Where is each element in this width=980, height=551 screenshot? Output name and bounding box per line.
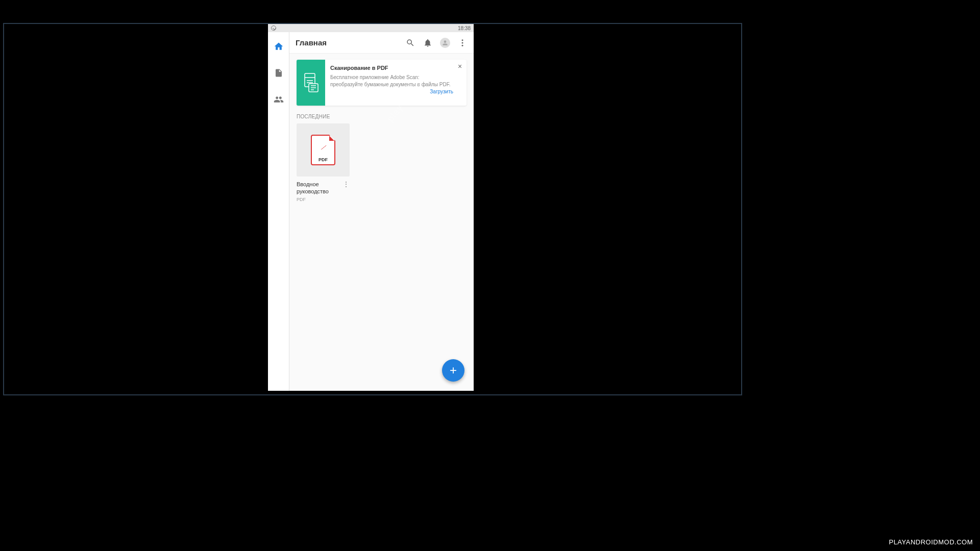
header-actions <box>405 38 468 48</box>
svg-point-1 <box>462 42 463 43</box>
svg-point-0 <box>462 39 463 41</box>
add-fab-button[interactable]: + <box>442 359 464 382</box>
promo-card: Сканирование в PDF Бесплатное приложение… <box>297 60 467 106</box>
status-bar: 18:38 <box>268 24 474 32</box>
file-thumbnail[interactable]: ⟋ PDF <box>297 123 350 177</box>
promo-description: Бесплатное приложение Adobe Scan: преобр… <box>330 74 453 88</box>
sidebar-item-shared[interactable] <box>273 93 285 106</box>
file-item-menu-button[interactable]: ⋮ <box>342 181 350 188</box>
sidebar <box>268 32 289 391</box>
source-watermark: PLAYANDROIDMOD.COM <box>889 538 973 546</box>
overflow-menu-button[interactable] <box>457 38 468 48</box>
status-bar-left <box>271 26 276 31</box>
plus-icon: + <box>450 363 457 378</box>
more-vert-icon: ⋮ <box>342 180 350 188</box>
main-content: Главная <box>289 32 474 391</box>
sidebar-item-files[interactable] <box>273 67 285 79</box>
avatar-icon <box>440 38 450 48</box>
file-info: Вводное руководство ⋮ <box>297 181 350 195</box>
file-name: Вводное руководство <box>297 181 342 195</box>
adobe-swoosh-icon: ⟋ <box>319 143 327 152</box>
page-title: Главная <box>296 38 405 47</box>
search-icon <box>406 38 415 47</box>
svg-point-2 <box>462 44 463 46</box>
file-grid: ⟋ PDF Вводное руководство ⋮ PDF <box>297 123 467 202</box>
notifications-button[interactable] <box>423 38 433 48</box>
promo-close-button[interactable]: × <box>456 63 463 70</box>
file-icon <box>274 68 283 78</box>
sync-icon <box>271 26 276 31</box>
device-screen: 18:38 Главная <box>268 24 474 391</box>
promo-image <box>297 60 325 106</box>
profile-button[interactable] <box>440 38 450 48</box>
sidebar-item-home[interactable] <box>273 40 285 53</box>
people-icon <box>274 94 284 105</box>
home-icon <box>274 41 284 52</box>
file-type-label: PDF <box>297 197 350 202</box>
pdf-badge: PDF <box>318 157 328 162</box>
close-icon: × <box>458 62 462 70</box>
scan-icon <box>302 71 320 94</box>
promo-download-link[interactable]: Загрузить <box>330 89 453 94</box>
content-scroll[interactable]: Сканирование в PDF Бесплатное приложение… <box>289 54 474 391</box>
status-time: 18:38 <box>458 26 471 31</box>
file-card: ⟋ PDF Вводное руководство ⋮ PDF <box>297 123 350 202</box>
more-vert-icon <box>458 38 467 47</box>
promo-text: Сканирование в PDF Бесплатное приложение… <box>325 60 467 106</box>
bell-icon <box>423 38 432 47</box>
pdf-icon: ⟋ PDF <box>311 135 335 165</box>
app-body: Главная <box>268 32 474 391</box>
recent-section-label: ПОСЛЕДНИЕ <box>297 114 467 119</box>
search-button[interactable] <box>405 38 415 48</box>
promo-title: Сканирование в PDF <box>330 65 453 71</box>
header: Главная <box>289 32 474 54</box>
